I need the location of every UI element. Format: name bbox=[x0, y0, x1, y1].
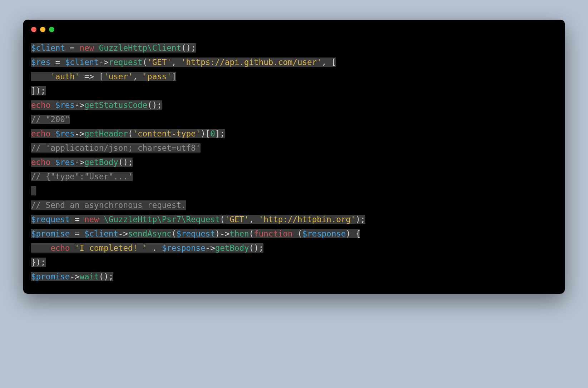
code-area[interactable]: $client = new GuzzleHttp\Client(); $res … bbox=[23, 37, 565, 294]
window-titlebar bbox=[23, 20, 565, 37]
code-line-17: $promise->wait(); bbox=[31, 269, 557, 284]
code-line-2: $res = $client->request('GET', 'https://… bbox=[31, 55, 557, 69]
code-line-16: }); bbox=[31, 255, 557, 269]
terminal-window: $client = new GuzzleHttp\Client(); $res … bbox=[23, 20, 565, 294]
code-line-7: echo $res->getHeader('content-type')[0]; bbox=[31, 126, 557, 141]
code-line-4: ]); bbox=[31, 84, 557, 98]
code-line-14: $promise = $client->sendAsync($request)-… bbox=[31, 227, 557, 241]
code-line-3: 'auth' => ['user', 'pass'] bbox=[31, 69, 557, 84]
code-line-15: echo 'I completed! ' . $response->getBod… bbox=[31, 241, 557, 255]
code-line-6: // "200" bbox=[31, 112, 557, 126]
close-icon[interactable] bbox=[31, 27, 36, 32]
code-line-8: // 'application/json; charset=utf8' bbox=[31, 141, 557, 155]
code-line-9: echo $res->getBody(); bbox=[31, 155, 557, 169]
code-line-1: $client = new GuzzleHttp\Client(); bbox=[31, 41, 557, 55]
code-line-12: // Send an asynchronous request. bbox=[31, 198, 557, 212]
maximize-icon[interactable] bbox=[49, 27, 54, 32]
code-line-13: $request = new \GuzzleHttp\Psr7\Request(… bbox=[31, 212, 557, 227]
code-line-10: // {"type":"User"...' bbox=[31, 169, 557, 184]
minimize-icon[interactable] bbox=[40, 27, 45, 32]
code-line-5: echo $res->getStatusCode(); bbox=[31, 98, 557, 112]
code-line-11 bbox=[31, 184, 557, 198]
